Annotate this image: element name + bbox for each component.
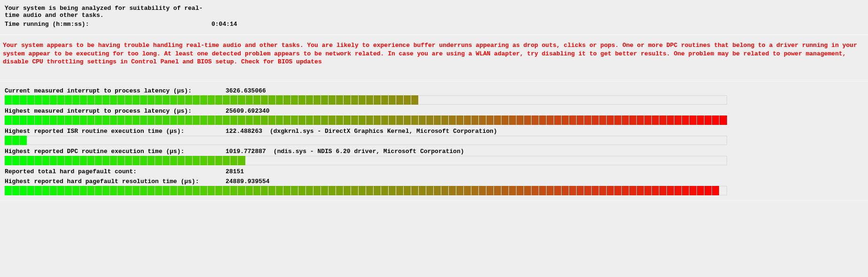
metrics-section: Current measured interrupt to process la… bbox=[0, 82, 868, 200]
bar-segment bbox=[87, 115, 94, 125]
bar-segment bbox=[193, 115, 200, 125]
bar-segment bbox=[404, 186, 411, 195]
bar-segment bbox=[57, 95, 64, 105]
bar-segment bbox=[27, 186, 34, 195]
bar-segment bbox=[607, 115, 614, 125]
bar-segment bbox=[366, 95, 373, 105]
bar-segment bbox=[20, 156, 27, 165]
alert-section: Your system appears to be having trouble… bbox=[0, 35, 868, 82]
bar-segment bbox=[336, 95, 343, 105]
bar-segment bbox=[95, 186, 102, 195]
time-running-label: Time running (h:mm:ss): bbox=[5, 21, 211, 28]
bar-segment bbox=[306, 186, 313, 195]
bar-segment bbox=[12, 156, 19, 165]
bar-segment bbox=[659, 186, 666, 195]
bar-segment bbox=[110, 156, 117, 165]
bar-segment bbox=[12, 95, 19, 105]
bar-segment bbox=[328, 95, 336, 105]
bar-segment bbox=[95, 95, 102, 105]
bar-segment bbox=[712, 186, 719, 195]
bar-segment bbox=[20, 115, 27, 125]
bar-segment bbox=[42, 115, 49, 125]
bar-segment bbox=[298, 115, 305, 125]
bar-segment bbox=[652, 186, 659, 195]
bar-segment bbox=[644, 115, 651, 125]
bar-segment bbox=[223, 186, 230, 195]
bar-segment bbox=[35, 95, 42, 105]
bar-segment bbox=[592, 186, 599, 195]
bar-segment bbox=[230, 95, 237, 105]
bar-segment bbox=[629, 186, 636, 195]
bar-segment bbox=[599, 186, 606, 195]
bar-segment bbox=[268, 95, 275, 105]
bar-segment bbox=[163, 115, 170, 125]
bar-segment bbox=[569, 186, 576, 195]
bar-segment bbox=[50, 95, 57, 105]
bar-segment bbox=[200, 156, 207, 165]
bar-segment bbox=[140, 115, 147, 125]
bar-segment bbox=[697, 186, 704, 195]
analyzing-message-row: Your system is being analyzed for suitab… bbox=[5, 5, 863, 19]
pagefault-count-value: 28151 bbox=[226, 168, 244, 175]
bar-segment bbox=[72, 156, 79, 165]
bar-segment bbox=[200, 186, 207, 195]
current-latency-label: Current measured interrupt to process la… bbox=[5, 87, 226, 94]
bar-segment bbox=[471, 115, 478, 125]
bar-segment bbox=[682, 115, 689, 125]
bar-segment bbox=[298, 186, 305, 195]
bar-segment bbox=[20, 95, 27, 105]
bar-segment bbox=[674, 186, 681, 195]
bar-segment bbox=[72, 115, 79, 125]
highest-latency-metric: Highest measured interrupt to process la… bbox=[5, 108, 863, 125]
bar-segment bbox=[374, 186, 381, 195]
bar-segment bbox=[283, 186, 290, 195]
bar-segment bbox=[667, 115, 674, 125]
bar-segment bbox=[637, 186, 644, 195]
bar-segment bbox=[494, 186, 501, 195]
bar-segment bbox=[163, 95, 170, 105]
bar-segment bbox=[50, 156, 57, 165]
bar-segment bbox=[313, 115, 321, 125]
bar-segment bbox=[622, 115, 629, 125]
bar-segment bbox=[441, 186, 448, 195]
time-running-row: Time running (h:mm:ss): 0:04:14 bbox=[5, 21, 863, 28]
bar-segment bbox=[185, 186, 192, 195]
isr-value: 122.488263 bbox=[226, 128, 262, 135]
bar-segment bbox=[170, 115, 177, 125]
bar-segment bbox=[667, 186, 674, 195]
analyzing-message: Your system is being analyzed for suitab… bbox=[5, 5, 211, 19]
isr-desc: (dxgkrnl.sys - DirectX Graphics Kernel, … bbox=[270, 128, 497, 135]
bar-segment bbox=[163, 186, 170, 195]
bar-segment bbox=[117, 115, 125, 125]
alert-text: Your system appears to be having trouble… bbox=[3, 41, 863, 66]
bar-segment bbox=[253, 95, 260, 105]
bar-segment bbox=[419, 115, 426, 125]
bar-segment bbox=[577, 115, 584, 125]
bar-segment bbox=[351, 95, 358, 105]
bar-segment bbox=[276, 186, 283, 195]
bar-segment bbox=[148, 115, 155, 125]
pagefault-time-value: 24889.939554 bbox=[226, 178, 270, 185]
bar-segment bbox=[133, 115, 140, 125]
bar-segment bbox=[238, 95, 245, 105]
bar-segment bbox=[95, 115, 102, 125]
bar-segment bbox=[253, 115, 260, 125]
bar-segment bbox=[27, 156, 34, 165]
bar-segment bbox=[704, 115, 712, 125]
bar-segment bbox=[283, 115, 290, 125]
bar-segment bbox=[509, 115, 516, 125]
bar-segment bbox=[155, 186, 162, 195]
bar-segment bbox=[501, 115, 508, 125]
bar-segment bbox=[57, 186, 64, 195]
bar-segment bbox=[27, 115, 34, 125]
dpc-label: Highest reported DPC routine execution t… bbox=[5, 148, 226, 155]
bar-segment bbox=[5, 186, 12, 195]
bar-segment bbox=[336, 186, 343, 195]
bar-segment bbox=[268, 115, 275, 125]
bar-segment bbox=[532, 186, 539, 195]
bar-segment bbox=[57, 115, 64, 125]
bar-segment bbox=[366, 186, 373, 195]
bar-segment bbox=[140, 186, 147, 195]
bar-segment bbox=[170, 156, 177, 165]
bar-segment bbox=[456, 186, 463, 195]
